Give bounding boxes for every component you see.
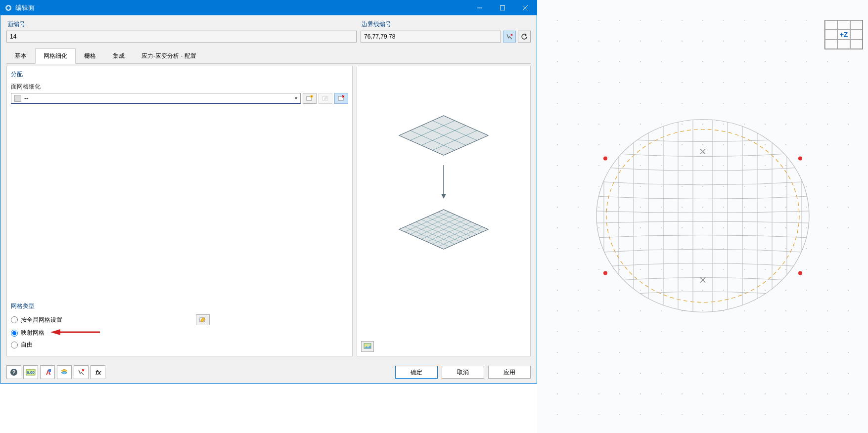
minimize-button[interactable]: [468, 0, 491, 15]
svg-text:?: ?: [12, 369, 16, 375]
svg-point-70: [798, 271, 802, 275]
svg-point-68: [798, 157, 802, 161]
model-viewport[interactable]: +Z: [537, 0, 868, 433]
app-icon: [4, 4, 12, 12]
edit-refinement-button: [319, 93, 332, 104]
mesh-refinement-illustration: [389, 111, 498, 280]
chevron-down-icon: ▾: [295, 95, 297, 101]
edit-global-mesh-button[interactable]: [196, 314, 210, 325]
function-button[interactable]: fx: [91, 365, 105, 379]
pick-lines-button[interactable]: [503, 31, 516, 43]
surface-mesh-drawing: [589, 112, 817, 321]
help-button[interactable]: ?: [6, 365, 21, 379]
close-button[interactable]: [514, 0, 537, 15]
units-button[interactable]: 0.00: [23, 365, 38, 379]
preview-panel: [357, 66, 531, 356]
refinement-dropdown-value: --: [24, 95, 295, 102]
radio-global-mesh-label: 按全局网格设置: [21, 316, 62, 324]
maximize-button[interactable]: [491, 0, 514, 15]
svg-marker-46: [61, 371, 67, 374]
radio-mapped-mesh-label: 映射网格: [21, 329, 45, 337]
svg-text:0.00: 0.00: [27, 370, 35, 375]
refinement-dropdown[interactable]: -- ▾: [11, 93, 301, 104]
tab-grid[interactable]: 栅格: [76, 48, 104, 64]
dialog-button-bar: ? 0.00 A fx 确定 取消 应用: [0, 361, 537, 383]
left-panel: 分配 面网格细化 -- ▾ 网格类型: [6, 66, 353, 356]
tab-basic[interactable]: 基本: [6, 48, 35, 64]
dropdown-swatch-icon: [14, 95, 21, 102]
svg-rect-44: [48, 369, 51, 372]
tab-mesh-refinement[interactable]: 网格细化: [35, 48, 76, 64]
cancel-button[interactable]: 取消: [442, 366, 484, 379]
layers-button[interactable]: [57, 365, 72, 379]
annotation-arrow-icon: [50, 328, 100, 338]
delete-refinement-button[interactable]: [334, 93, 348, 104]
boundary-lines-input[interactable]: [361, 31, 501, 43]
svg-point-51: [596, 120, 809, 312]
radio-global-mesh[interactable]: [11, 316, 18, 323]
radio-free-mesh[interactable]: [11, 342, 18, 348]
titlebar: 编辑面: [0, 0, 537, 15]
tab-stress-analysis[interactable]: 应力-应变分析 - 配置: [133, 48, 205, 64]
mesh-type-title: 网格类型: [11, 302, 348, 310]
reset-lines-button[interactable]: [518, 31, 531, 43]
new-refinement-button[interactable]: [303, 93, 317, 104]
viewcube-face-label[interactable]: +Z: [837, 30, 850, 39]
radio-mapped-mesh[interactable]: [11, 330, 18, 337]
surface-mesh-refinement-label: 面网格细化: [11, 83, 348, 91]
svg-point-67: [603, 157, 607, 161]
svg-rect-2: [501, 6, 505, 10]
pick-clear-button[interactable]: [74, 365, 89, 379]
tab-bar: 基本 网格细化 栅格 集成 应力-应变分析 - 配置: [6, 48, 531, 64]
edit-surface-dialog: 编辑面 面编号 边界线编号: [0, 0, 537, 384]
svg-text:fx: fx: [95, 369, 101, 376]
svg-point-52: [606, 130, 799, 303]
titlebar-title: 编辑面: [15, 3, 468, 12]
assignment-title: 分配: [11, 70, 348, 79]
tab-integration[interactable]: 集成: [104, 48, 133, 64]
apply-button[interactable]: 应用: [488, 366, 531, 379]
svg-point-69: [603, 271, 607, 275]
preview-toggle-button[interactable]: [361, 341, 374, 352]
view-cube[interactable]: +Z: [824, 20, 863, 49]
boundary-lines-label: 边界线编号: [361, 20, 531, 29]
surface-number-input[interactable]: [6, 31, 357, 43]
radio-free-mesh-label: 自由: [21, 341, 33, 349]
surface-number-label: 面编号: [6, 20, 357, 29]
ok-button[interactable]: 确定: [395, 366, 438, 379]
font-button[interactable]: A: [40, 365, 55, 379]
